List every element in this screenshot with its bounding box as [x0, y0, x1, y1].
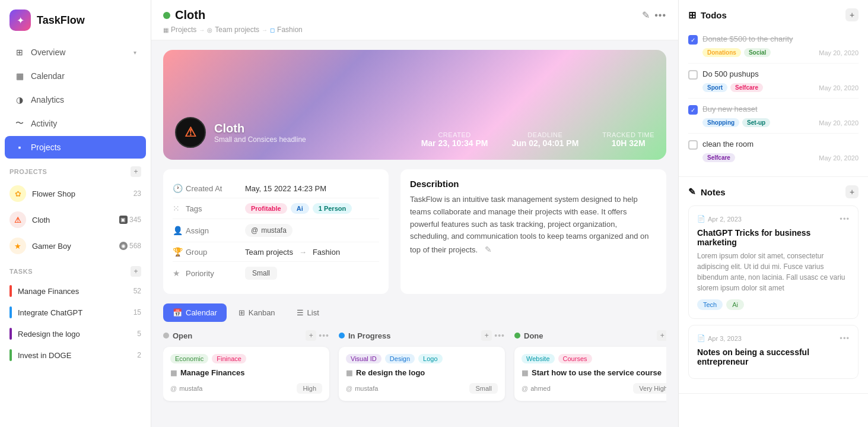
card-tag: Courses: [558, 354, 592, 363]
note-more-button-2[interactable]: •••: [840, 334, 850, 343]
todo-date: May 20, 2020: [819, 49, 859, 56]
meta-right-panel: Describtion TaskFlow is an intuitive tas…: [400, 169, 666, 294]
tab-calendar[interactable]: 📅 Calendar: [163, 303, 227, 322]
note-tag: Ai: [726, 299, 744, 310]
meta-left-panel: 🕐 Created At May, 15 2022 14:23 PM ⁙ Tag…: [163, 169, 389, 294]
note-item-1: 📄 Apr 2, 2023 ••• ChatGPT Tricks for bus…: [688, 205, 859, 319]
tag-profitable: Profitable: [245, 203, 287, 214]
nav-item-activity[interactable]: 〜 Activity: [5, 112, 146, 135]
tag-ai: Ai: [291, 203, 309, 214]
banner-project-name: Cloth: [214, 122, 306, 135]
card-priority: Small: [469, 383, 498, 394]
todo-text-2: Do 500 pushups: [702, 69, 759, 78]
todo-text-4: clean the room: [702, 140, 753, 148]
task-item-redesign-logo[interactable]: Redesign the logo 5: [0, 323, 151, 344]
in-progress-col-dot: [339, 333, 345, 339]
todo-date: May 20, 2020: [819, 119, 859, 126]
kanban-card: Visual ID Design Logo ▦ Re design the lo…: [339, 347, 505, 401]
project-item-flower-shop[interactable]: ✿ Flower Shop 23: [0, 181, 151, 207]
task-color-invest-doge: [9, 349, 12, 361]
priority-icon: ★: [173, 268, 186, 278]
todo-checkbox-4[interactable]: [688, 140, 698, 150]
priority-chip: Small: [245, 267, 277, 280]
add-todo-button[interactable]: +: [845, 8, 859, 21]
open-col-more-button[interactable]: •••: [319, 331, 329, 340]
todos-section: ⊞ Todos + Donate $500 to the charity Don…: [679, 0, 868, 177]
add-note-button[interactable]: +: [845, 185, 859, 198]
kanban-col-open: Open + ••• Economic Fininace ▦ Manage Fi…: [163, 330, 329, 407]
at-icon: @: [346, 385, 352, 392]
tab-kanban[interactable]: ⊞ Kanban: [229, 303, 285, 322]
todo-checkbox-3[interactable]: [688, 105, 698, 115]
in-progress-col-more-button[interactable]: •••: [494, 331, 505, 340]
todo-checkbox-1[interactable]: [688, 35, 698, 45]
todo-tag: Sport: [702, 83, 727, 92]
nav-item-calendar[interactable]: ▦ Calendar: [5, 65, 146, 87]
todo-tag: Donations: [702, 48, 741, 57]
group-arrow-icon: →: [299, 248, 307, 257]
activity-icon: 〜: [14, 118, 25, 129]
kanban-board: Open + ••• Economic Fininace ▦ Manage Fi…: [163, 330, 666, 416]
add-task-button[interactable]: +: [131, 266, 141, 277]
note-date-1: 📄 Apr 2, 2023: [697, 215, 742, 223]
kanban-card: Website Courses ▦ Start how to use the s…: [514, 347, 666, 401]
add-project-button[interactable]: +: [131, 166, 141, 177]
nav-item-overview[interactable]: ⊞ Overview ▾: [5, 41, 146, 64]
tag-1person: 1 Person: [313, 203, 352, 214]
kanban-tab-icon: ⊞: [239, 308, 245, 317]
at-icon: @: [251, 226, 258, 235]
kanban-col-done: Done + ••• Website Courses ▦ Start how t…: [514, 330, 666, 407]
add-in-progress-card-button[interactable]: +: [481, 330, 492, 341]
project-item-cloth[interactable]: ⚠ Cloth ▣ 345: [0, 207, 151, 233]
note-date-icon: 📄: [697, 215, 705, 223]
note-more-button-1[interactable]: •••: [840, 214, 850, 223]
card-tag: Visual ID: [346, 354, 381, 363]
todo-checkbox-2[interactable]: [688, 70, 698, 80]
project-icon-cloth: ⚠: [9, 211, 26, 228]
chevron-down-icon: ▾: [133, 49, 136, 56]
analytics-icon: ◑: [14, 94, 25, 105]
main-content: Cloth ✎ ••• ▦ Projects → ◎ Team projects…: [151, 0, 678, 427]
add-done-card-button[interactable]: +: [657, 330, 666, 341]
more-options-button[interactable]: •••: [654, 10, 666, 21]
calendar-icon: ▦: [14, 71, 25, 81]
description-edit-icon[interactable]: ✎: [485, 245, 492, 254]
task-color-integrate-chatgpt: [9, 306, 12, 318]
task-item-integrate-chatgpt[interactable]: Integrate ChatGPT 15: [0, 302, 151, 323]
project-icon-gamer-boy: ★: [9, 238, 26, 254]
nav-item-projects[interactable]: ▪ Projects: [5, 136, 146, 159]
todo-text-3: Buy new heaset: [702, 105, 758, 113]
task-item-invest-doge[interactable]: Invest in DOGE 2: [0, 344, 151, 366]
todos-icon: ⊞: [688, 10, 696, 21]
card-tag: Fininace: [212, 354, 246, 363]
meta-section: 🕐 Created At May, 15 2022 14:23 PM ⁙ Tag…: [163, 169, 666, 294]
note-tag: Tech: [697, 299, 723, 310]
kanban-card: Economic Fininace ▦ Manage Finances @ mu…: [163, 347, 329, 401]
task-color-manage-finances: [9, 285, 12, 297]
card-tag: Website: [522, 354, 555, 363]
tab-list[interactable]: ☰ List: [287, 303, 329, 322]
project-item-gamer-boy[interactable]: ★ Gamer Boy ◉ 568: [0, 233, 151, 259]
right-panel: ⊞ Todos + Donate $500 to the charity Don…: [678, 0, 868, 427]
note-title-1: ChatGPT Tricks for business marketing: [697, 228, 850, 247]
view-tabs: 📅 Calendar ⊞ Kanban ☰ List: [163, 303, 666, 322]
nav-item-analytics[interactable]: ◑ Analytics: [5, 88, 146, 111]
todo-tag: Selfcare: [730, 83, 763, 92]
description-title: Describtion: [410, 179, 657, 189]
note-date-icon: 📄: [697, 334, 705, 342]
project-avatar: ⚠: [175, 117, 206, 148]
project-title: Cloth: [175, 8, 205, 22]
tasks-section-header: TASKS +: [0, 259, 151, 280]
task-color-redesign-logo: [9, 328, 12, 340]
todo-text-1: Donate $500 to the charity: [702, 34, 793, 43]
add-open-card-button[interactable]: +: [306, 330, 316, 341]
description-text: TaskFlow is an intuitive task management…: [410, 194, 657, 257]
notes-icon: ✎: [688, 186, 696, 197]
logo-area: TaskFlow: [0, 7, 151, 40]
notes-section: ✎ Notes + 📄 Apr 2, 2023 ••• ChatGPT Tric…: [679, 177, 868, 394]
task-item-manage-finances[interactable]: Manage Finances 52: [0, 280, 151, 302]
project-banner: ⚠ Cloth Small and Consices headline CREA…: [163, 50, 666, 160]
projects-section-header: PROJECTS +: [0, 159, 151, 181]
assign-icon: 👤: [173, 226, 186, 235]
edit-button[interactable]: ✎: [642, 10, 650, 21]
